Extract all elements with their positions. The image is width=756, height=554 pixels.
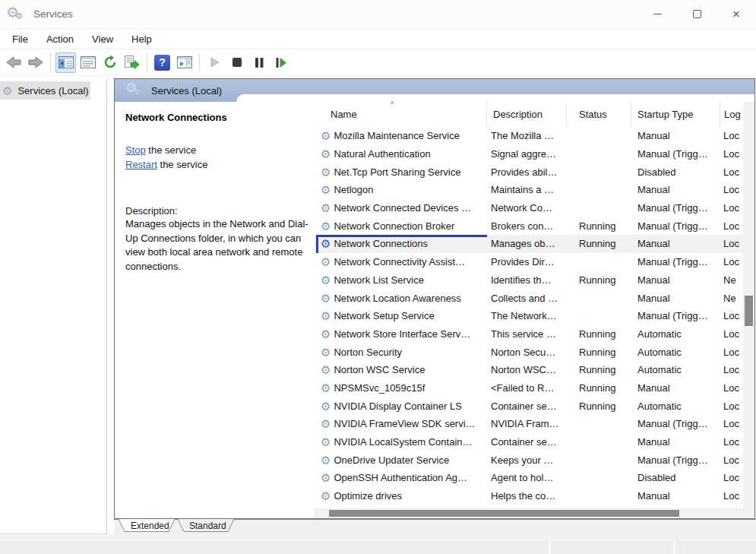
properties-button[interactable] bbox=[77, 52, 98, 73]
table-row[interactable]: ⚙ Optimize drives Helps the co… Manual L… bbox=[314, 487, 743, 505]
restart-service-button[interactable] bbox=[270, 52, 291, 73]
service-startup-type-cell: Automatic bbox=[631, 347, 720, 358]
table-row[interactable]: ⚙ NVIDIA FrameView SDK servi… NVIDIA Fra… bbox=[314, 415, 743, 433]
column-header-description[interactable]: Description bbox=[487, 102, 567, 127]
start-service-button[interactable] bbox=[204, 52, 225, 73]
tab-extended-label[interactable]: Extended bbox=[131, 521, 169, 531]
refresh-icon bbox=[103, 55, 118, 70]
service-log-on-as-cell: Loc bbox=[720, 310, 743, 321]
vertical-scrollbar[interactable] bbox=[743, 102, 754, 508]
column-header-status[interactable]: Status bbox=[567, 102, 631, 127]
table-row[interactable]: ⚙ Network Setup Service The Network… Man… bbox=[314, 307, 743, 325]
table-row[interactable]: ⚙ Network List Service Identifies th… Ru… bbox=[314, 271, 743, 290]
service-status-cell: Running bbox=[567, 347, 631, 358]
table-row[interactable]: ⚙ OneDrive Updater Service Keeps your … … bbox=[314, 451, 743, 469]
export-list-button[interactable] bbox=[122, 52, 142, 73]
column-header-name[interactable]: Name bbox=[314, 102, 487, 127]
maximize-icon bbox=[693, 10, 701, 18]
table-row[interactable]: ⚙ NPSMSvc_1059c15f <Failed to R… Running… bbox=[314, 379, 743, 397]
menu-file[interactable]: File bbox=[3, 30, 37, 48]
service-log-on-as-cell: Loc bbox=[720, 184, 743, 195]
back-button[interactable] bbox=[3, 52, 24, 73]
service-name-cell: ⚙ Network Location Awareness bbox=[314, 289, 487, 307]
menu-bar: File Action View Help bbox=[0, 29, 756, 49]
service-description-cell: Provides Dir… bbox=[487, 256, 567, 268]
column-header-log-on-as[interactable]: Log bbox=[720, 102, 743, 127]
minimize-button[interactable] bbox=[637, 0, 677, 28]
export-list-icon bbox=[124, 55, 140, 69]
service-startup-type-cell: Manual bbox=[631, 490, 720, 502]
properties-icon bbox=[81, 56, 96, 68]
service-name-cell: ⚙ Norton WSC Service bbox=[314, 361, 487, 379]
stop-service-link[interactable]: Stop bbox=[125, 144, 146, 156]
tree-item-services-local[interactable]: ⚙ Services (Local) bbox=[0, 81, 90, 100]
service-detail-pane: Network Connections Stop the service Res… bbox=[115, 102, 314, 518]
service-description-cell: Container se… bbox=[487, 436, 567, 448]
table-row[interactable]: ⚙ Natural Authentication Signal aggre… M… bbox=[314, 145, 743, 163]
menu-view[interactable]: View bbox=[83, 30, 122, 48]
service-startup-type-cell: Manual bbox=[631, 184, 720, 195]
forward-button[interactable] bbox=[25, 52, 46, 73]
vertical-scrollbar-thumb[interactable] bbox=[745, 296, 753, 326]
service-log-on-as-cell: Ne bbox=[720, 293, 743, 304]
show-console-tree-button[interactable] bbox=[55, 52, 76, 73]
service-startup-type-cell: Manual (Trigg… bbox=[631, 418, 720, 429]
service-description-cell: Brokers con… bbox=[487, 220, 567, 232]
table-row[interactable]: ⚙ OpenSSH Authentication Ag… Agent to ho… bbox=[314, 469, 743, 487]
menu-action[interactable]: Action bbox=[37, 30, 83, 48]
service-name-cell: ⚙ Network Store Interface Serv… bbox=[314, 325, 487, 343]
horizontal-scrollbar-thumb[interactable] bbox=[329, 510, 679, 517]
table-row[interactable]: ⚙ Norton WSC Service Norton WSC… Running… bbox=[314, 361, 743, 379]
close-button[interactable]: × bbox=[716, 0, 756, 28]
table-row[interactable]: ⚙ Network Connectivity Assist… Provides … bbox=[314, 253, 743, 271]
table-row[interactable]: ⚙ Net.Tcp Port Sharing Service Provides … bbox=[314, 163, 743, 181]
service-startup-type-cell: Disabled bbox=[631, 472, 720, 483]
service-name: Optimize drives bbox=[334, 490, 402, 502]
show-action-pane-button[interactable] bbox=[174, 52, 195, 73]
menu-help[interactable]: Help bbox=[122, 30, 161, 48]
service-description-cell: Identifies th… bbox=[487, 274, 567, 286]
service-description-cell: Collects and … bbox=[487, 293, 567, 304]
table-row[interactable]: ⚙ Network Connected Devices … Network Co… bbox=[314, 199, 743, 217]
back-icon bbox=[5, 55, 22, 69]
tab-standard-label[interactable]: Standard bbox=[189, 521, 226, 531]
service-startup-type-cell: Manual (Trigg… bbox=[631, 220, 720, 232]
services-list-pane: ^ Name Description Status Startup Type L… bbox=[314, 102, 754, 518]
restart-service-link[interactable]: Restart bbox=[125, 159, 157, 170]
service-description-cell: Keeps your … bbox=[487, 454, 567, 466]
service-gear-icon: ⚙ bbox=[321, 202, 331, 214]
stop-service-button[interactable] bbox=[226, 52, 247, 73]
table-row[interactable]: ⚙ Norton Security Norton Secu… Running A… bbox=[314, 343, 743, 361]
table-row[interactable]: ⚙ Network Connection Broker Brokers con…… bbox=[314, 217, 743, 235]
service-name: Netlogon bbox=[334, 184, 373, 195]
horizontal-scrollbar[interactable] bbox=[314, 508, 743, 518]
service-gear-icon: ⚙ bbox=[321, 293, 331, 304]
service-startup-type-cell: Manual bbox=[631, 436, 720, 448]
service-startup-type-cell: Manual bbox=[631, 274, 720, 286]
rounded-corner bbox=[236, 94, 754, 102]
table-row[interactable]: ⚙ Network Location Awareness Collects an… bbox=[314, 289, 743, 307]
service-name: Network Store Interface Serv… bbox=[334, 328, 470, 340]
table-row[interactable]: ⚙ Network Connections Manages ob… Runnin… bbox=[314, 235, 743, 253]
service-log-on-as-cell: Loc bbox=[720, 202, 743, 214]
table-row[interactable]: ⚙ Network Store Interface Serv… This ser… bbox=[314, 325, 743, 343]
maximize-button[interactable] bbox=[677, 0, 716, 28]
column-header-startup-type[interactable]: Startup Type bbox=[631, 102, 720, 127]
service-status-cell: Running bbox=[567, 382, 631, 394]
service-description-cell: Helps the co… bbox=[487, 490, 567, 502]
pause-service-icon bbox=[254, 57, 264, 68]
refresh-button[interactable] bbox=[100, 52, 120, 73]
service-name-cell: ⚙ OpenSSH Authentication Ag… bbox=[314, 469, 487, 487]
table-row[interactable]: ⚙ NVIDIA Display Container LS Container … bbox=[314, 397, 743, 415]
table-row[interactable]: ⚙ Mozilla Maintenance Service The Mozill… bbox=[314, 127, 743, 145]
table-row[interactable]: ⚙ NVIDIA LocalSystem Contain… Container … bbox=[314, 433, 743, 451]
service-gear-icon: ⚙ bbox=[321, 328, 331, 340]
service-log-on-as-cell: Loc bbox=[720, 220, 743, 232]
help-button[interactable]: ? bbox=[152, 52, 172, 73]
stop-service-line: Stop the service bbox=[125, 143, 303, 157]
service-gear-icon: ⚙ bbox=[321, 454, 331, 466]
table-row[interactable]: ⚙ Netlogon Maintains a … Manual Loc bbox=[314, 181, 743, 199]
service-name-cell: ⚙ Norton Security bbox=[314, 343, 487, 361]
pause-service-button[interactable] bbox=[248, 52, 269, 73]
service-name: Norton WSC Service bbox=[334, 364, 425, 375]
